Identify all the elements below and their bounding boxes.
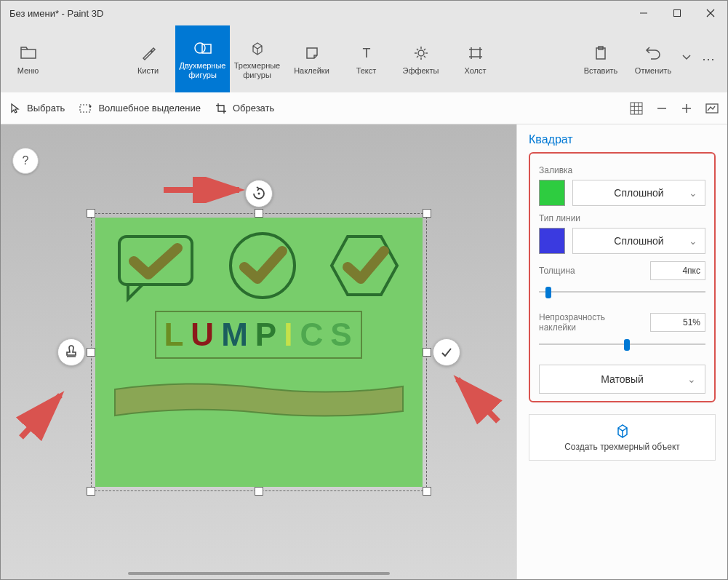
sticker-icon (304, 43, 320, 63)
annotated-panel: Заливка Сплошной ⌄ Тип линии Сплошной ⌄ (529, 152, 716, 402)
hexagon-check-shape (324, 231, 404, 303)
svg-line-14 (424, 56, 425, 57)
close-button[interactable] (694, 1, 727, 25)
ribbon: Меню Кисти Двухмерные фигуры Трехмерные … (1, 25, 727, 92)
svg-point-42 (257, 192, 260, 194)
stamp-button[interactable] (57, 338, 85, 366)
window-title: Без имени* - Paint 3D (9, 8, 103, 19)
text-icon: T (359, 43, 375, 63)
zoom-in-icon[interactable] (681, 103, 692, 114)
svg-rect-4 (21, 49, 36, 58)
fit-view-icon[interactable] (705, 103, 719, 114)
handle-l[interactable] (87, 348, 95, 357)
crop-icon (215, 103, 227, 114)
handle-bl[interactable] (87, 487, 95, 496)
wave-shape (113, 379, 404, 420)
svg-line-45 (457, 379, 498, 421)
chevron-down-icon: ⌄ (689, 187, 697, 199)
app-window: Без имени* - Paint 3D Меню Кисти Двухмер… (0, 0, 728, 580)
fill-section-label: Заливка (539, 165, 705, 175)
thickness-input[interactable] (650, 261, 705, 280)
2d-shapes-tab[interactable]: Двухмерные фигуры (175, 25, 230, 92)
rotate-button[interactable] (245, 180, 273, 207)
opacity-input[interactable] (650, 313, 705, 332)
dots-icon: ⋯ (702, 51, 715, 67)
content-area: ? L U M P I C S (1, 124, 727, 579)
canvas-tab[interactable]: Холст (448, 25, 503, 92)
canvas-artwork: L U M P I C S (95, 218, 423, 487)
secondary-toolbar: Выбрать Волшебное выделение Обрезать (1, 92, 727, 124)
svg-rect-17 (471, 49, 480, 57)
select-tool[interactable]: Выбрать (9, 103, 65, 114)
magic-select-tool[interactable]: Волшебное выделение (79, 103, 201, 114)
shapes2d-icon (193, 38, 212, 58)
folder-icon (20, 43, 36, 63)
more-button[interactable]: ⋯ (694, 25, 723, 92)
chevron-down-icon: ⌄ (689, 235, 697, 247)
stamp-icon (64, 345, 79, 359)
canvas-area[interactable]: ? L U M P I C S (1, 124, 516, 579)
help-button[interactable]: ? (12, 148, 39, 174)
selection[interactable]: L U M P I C S (95, 218, 423, 487)
chevron-down-icon: ⌄ (687, 373, 696, 385)
line-section-label: Тип линии (539, 213, 705, 223)
handle-tl[interactable] (87, 209, 95, 218)
thickness-slider[interactable] (539, 285, 705, 299)
annotation-arrow (161, 177, 248, 203)
chevron-down-icon (682, 47, 691, 68)
3d-shapes-tab[interactable]: Трехмерные фигуры (230, 25, 284, 92)
fill-type-dropdown[interactable]: Сплошной ⌄ (572, 180, 705, 206)
text-tab[interactable]: T Текст (339, 25, 393, 92)
zoom-out-icon[interactable] (656, 103, 668, 114)
line-type-dropdown[interactable]: Сплошной ⌄ (572, 228, 705, 254)
commit-button[interactable] (433, 338, 460, 366)
undo-dropdown[interactable] (679, 25, 694, 92)
circle-check-shape (223, 231, 303, 303)
maximize-button[interactable] (660, 1, 694, 25)
shapes3d-icon (249, 38, 266, 58)
speech-check-shape (113, 231, 201, 303)
magic-select-icon (79, 103, 92, 114)
handle-t[interactable] (255, 209, 263, 218)
undo-button[interactable]: Отменить (627, 25, 679, 92)
svg-marker-41 (332, 237, 397, 295)
svg-point-8 (418, 50, 424, 56)
check-icon (439, 345, 454, 359)
svg-rect-1 (674, 10, 681, 17)
titlebar: Без имени* - Paint 3D (1, 1, 727, 25)
handle-b[interactable] (255, 487, 263, 496)
cube-icon (614, 423, 631, 439)
annotation-arrow (446, 369, 504, 427)
svg-text:T: T (362, 46, 370, 60)
brush-icon (140, 43, 156, 63)
opacity-label: Непрозрачность наклейки (539, 312, 626, 333)
thickness-label: Толщина (539, 266, 575, 276)
crop-tool[interactable]: Обрезать (215, 103, 274, 114)
handle-r[interactable] (423, 348, 431, 357)
line-color-swatch[interactable] (539, 228, 565, 254)
paste-button[interactable]: Вставить (575, 25, 627, 92)
annotation-arrow (15, 385, 73, 443)
fill-color-swatch[interactable] (539, 180, 565, 206)
minimize-button[interactable] (627, 1, 660, 25)
svg-point-29 (89, 105, 92, 107)
menu-button[interactable]: Меню (1, 25, 55, 92)
rotate-icon (252, 186, 266, 201)
stickers-tab[interactable]: Наклейки (284, 25, 339, 92)
create-3d-button[interactable]: Создать трехмерный объект (529, 414, 716, 461)
brushes-tab[interactable]: Кисти (121, 25, 175, 92)
effects-icon (413, 43, 429, 63)
effects-tab[interactable]: Эффекты (393, 25, 448, 92)
handle-tr[interactable] (423, 209, 431, 218)
canvas-icon (467, 43, 484, 63)
handle-br[interactable] (423, 487, 431, 496)
opacity-slider[interactable] (539, 337, 705, 351)
lumpics-text: L U M P I C S (155, 311, 361, 359)
canvas-scrollbar[interactable] (128, 572, 390, 575)
grid-icon[interactable] (630, 102, 643, 115)
material-dropdown[interactable]: Матовый ⌄ (539, 365, 705, 394)
cursor-icon (9, 103, 21, 114)
svg-line-16 (417, 56, 418, 57)
sidebar-title: Квадрат (529, 133, 716, 146)
svg-line-15 (424, 49, 425, 50)
